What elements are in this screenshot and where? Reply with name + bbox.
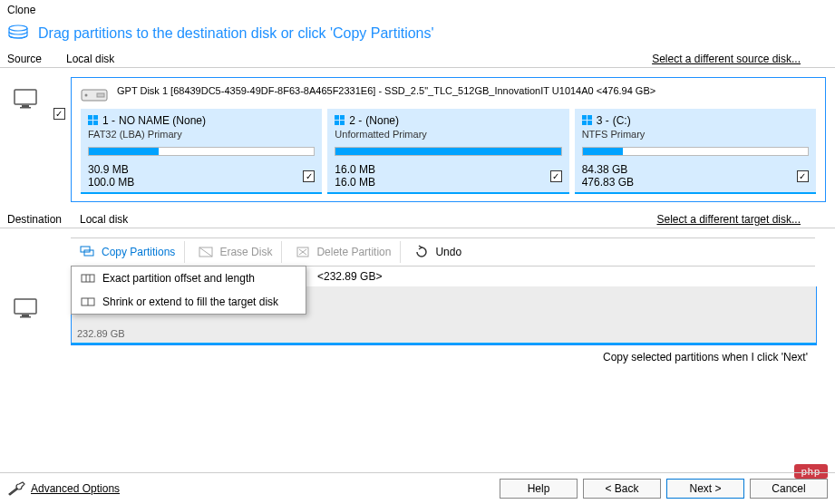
partition-3-checkbox[interactable]: ✓ [797,170,809,182]
source-label: Source [7,53,66,65]
instruction-row: Drag partitions to the destination disk … [0,20,835,51]
svg-rect-26 [82,275,94,282]
svg-rect-8 [93,115,98,120]
partition-3-used: 84.38 GB [582,163,634,176]
partition-1-used: 30.9 MB [88,163,134,176]
source-disk-checkbox[interactable]: ✓ [53,108,65,120]
svg-rect-9 [88,121,92,125]
advanced-options-label: Advanced Options [31,482,120,495]
svg-rect-20 [84,250,93,256]
copy-partitions-button[interactable]: Copy Partitions [71,241,185,263]
partition-3-num: 3 - [597,114,609,127]
partitions-row: 1 - NO NAME (None) FAT32 (LBA) Primary 3… [81,109,816,194]
svg-rect-17 [582,121,587,125]
window-title: Clone [0,0,835,20]
partition-3-total: 476.83 GB [582,176,634,189]
copy-partitions-dropdown: Exact partition offset and length Shrink… [71,266,306,315]
partition-3-usage-bar [582,147,809,156]
source-disk-select-col: ✓ [47,77,71,202]
svg-point-5 [85,94,88,97]
undo-label: Undo [435,246,461,258]
source-disk-block: ✓ GPT Disk 1 [68439DC5-4359-49DF-8F63-8A… [0,77,826,202]
source-disk-card: GPT Disk 1 [68439DC5-4359-49DF-8F63-8A46… [71,77,826,202]
partition-2-type: Unformatted Primary [335,129,561,140]
delete-partition-icon [295,245,311,259]
svg-rect-10 [93,121,98,125]
svg-rect-14 [340,121,345,125]
svg-rect-12 [340,115,345,120]
back-button[interactable]: < Back [583,479,661,499]
svg-rect-32 [22,315,29,316]
partition-2-usage-bar [335,147,561,156]
partition-2-name: (None) [365,114,399,127]
partition-1-type: FAT32 (LBA) Primary [88,129,315,140]
unallocated-size-label: 232.89 GB [77,328,125,339]
select-different-target-link[interactable]: Select a different target disk... [656,213,828,226]
delete-partition-button[interactable]: Delete Partition [286,241,401,263]
advanced-options-link[interactable]: Advanced Options [7,481,120,496]
svg-point-0 [9,25,27,31]
svg-rect-11 [335,115,339,120]
source-header: Source Local disk Select a different sou… [0,51,835,68]
partition-2-checkbox[interactable]: ✓ [550,170,562,182]
copy-partitions-label: Copy Partitions [102,246,175,258]
delete-partition-label: Delete Partition [316,246,391,258]
svg-rect-1 [15,90,36,104]
wrench-icon [7,481,25,496]
svg-rect-13 [335,121,339,125]
erase-disk-label: Erase Disk [219,246,272,258]
partition-3[interactable]: 3 - (C:) NTFS Primary 84.38 GB 476.83 GB… [575,109,816,194]
dropdown-exact-label: Exact partition offset and length [102,272,255,285]
footer-bar: Advanced Options Help < Back Next > Canc… [0,472,835,504]
target-disk-size-header: <232.89 GB> [236,267,817,286]
svg-rect-2 [22,105,29,107]
copy-selected-note: Copy selected partitions when I click 'N… [0,345,835,367]
svg-rect-18 [587,121,592,125]
partition-3-type: NTFS Primary [582,129,809,140]
monitor-icon [13,88,38,110]
next-button[interactable]: Next > [666,479,744,499]
help-button[interactable]: Help [500,479,578,499]
erase-disk-icon [198,245,214,259]
dropdown-shrink-label: Shrink or extend to fill the target disk [102,296,278,308]
source-sublabel: Local disk [66,53,114,65]
copy-partitions-icon [80,245,96,259]
svg-rect-16 [587,115,592,120]
windows-icon [88,115,99,126]
partition-1-name: NO NAME (None) [119,114,206,127]
svg-rect-6 [97,93,104,97]
source-disk-title: GPT Disk 1 [68439DC5-4359-49DF-8F63-8A46… [117,85,655,96]
svg-rect-31 [15,299,36,314]
svg-line-22 [199,247,212,257]
partition-1-total: 100.0 MB [88,176,134,189]
partition-map-icon [81,272,95,285]
monitor-icon [13,297,38,319]
svg-rect-15 [582,115,587,120]
partition-2-total: 16.0 MB [335,176,375,189]
svg-rect-33 [20,316,31,318]
undo-button[interactable]: Undo [404,241,471,263]
drive-icon [81,87,108,103]
partition-1[interactable]: 1 - NO NAME (None) FAT32 (LBA) Primary 3… [81,109,322,194]
undo-icon [413,245,430,259]
erase-disk-button[interactable]: Erase Disk [189,241,282,263]
dropdown-shrink-extend[interactable]: Shrink or extend to fill the target disk [72,290,306,314]
partition-resize-icon [81,296,95,308]
partition-1-usage-bar [88,147,315,156]
dropdown-exact-offset[interactable]: Exact partition offset and length [72,267,306,290]
svg-rect-19 [81,247,90,252]
partition-2-used: 16.0 MB [335,163,375,176]
instruction-text: Drag partitions to the destination disk … [38,25,434,42]
partition-3-name: (C:) [613,114,631,127]
partition-1-checkbox[interactable]: ✓ [303,170,315,182]
svg-rect-7 [88,115,92,120]
disk-stack-icon [7,24,29,44]
partition-2[interactable]: 2 - (None) Unformatted Primary 16.0 MB 1… [327,109,568,194]
windows-icon [582,115,593,126]
destination-sublabel: Local disk [80,213,128,226]
cancel-button[interactable]: Cancel [750,479,828,499]
svg-rect-3 [20,107,31,109]
select-different-source-link[interactable]: Select a different source disk... [652,53,828,65]
partition-2-num: 2 - [349,114,362,127]
destination-label: Destination [7,213,80,226]
